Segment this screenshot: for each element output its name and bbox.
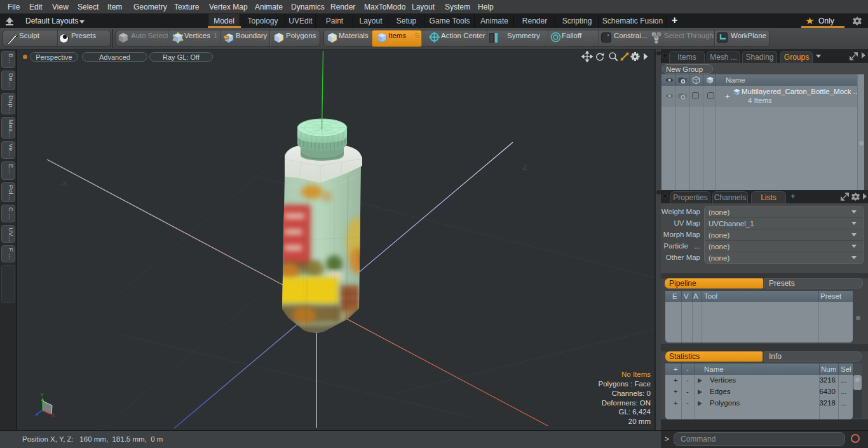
svg-text:-X: -X: [60, 180, 67, 187]
svg-text:X: X: [51, 412, 55, 418]
svg-text:-Z: -Z: [521, 164, 527, 171]
svg-text:Y: Y: [41, 392, 44, 398]
